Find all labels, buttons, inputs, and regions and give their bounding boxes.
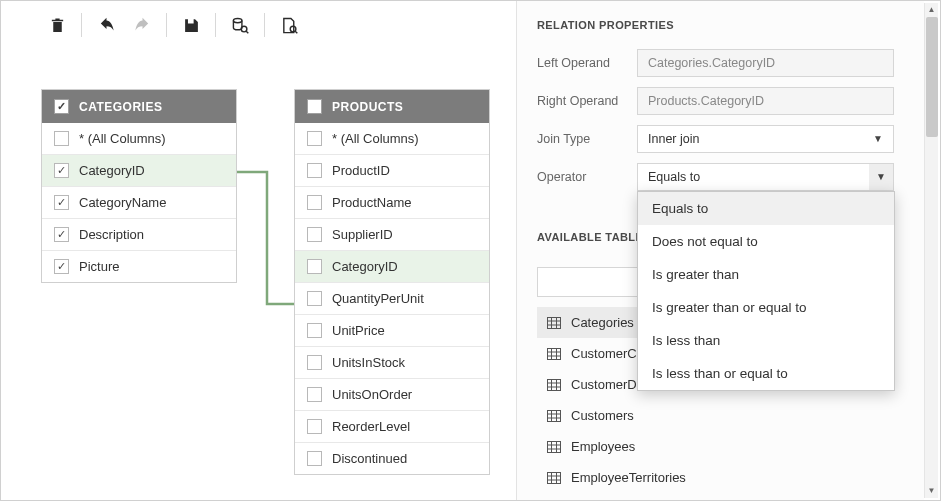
column-check[interactable] bbox=[307, 163, 322, 178]
table-rows: * (All Columns)CategoryIDCategoryNameDes… bbox=[42, 123, 236, 282]
dropdown-option[interactable]: Is less than or equal to bbox=[638, 357, 894, 390]
column-check[interactable] bbox=[307, 355, 322, 370]
table-header[interactable]: PRODUCTS bbox=[295, 90, 489, 123]
prop-join-type: Join Type Inner join ▼ bbox=[537, 125, 894, 153]
table-products[interactable]: PRODUCTS * (All Columns)ProductIDProduct… bbox=[294, 89, 490, 475]
prop-label: Operator bbox=[537, 170, 637, 184]
column-check[interactable] bbox=[54, 131, 69, 146]
column-row[interactable]: * (All Columns) bbox=[295, 123, 489, 154]
table-item-label: Categories bbox=[571, 315, 634, 330]
column-row[interactable]: SupplierID bbox=[295, 218, 489, 250]
dropdown-option[interactable]: Is greater than bbox=[638, 258, 894, 291]
column-label: * (All Columns) bbox=[79, 131, 166, 146]
column-check[interactable] bbox=[307, 227, 322, 242]
column-row[interactable]: ProductName bbox=[295, 186, 489, 218]
column-row[interactable]: UnitPrice bbox=[295, 314, 489, 346]
column-label: Description bbox=[79, 227, 144, 242]
column-check[interactable] bbox=[307, 291, 322, 306]
column-check[interactable] bbox=[307, 387, 322, 402]
column-row[interactable]: QuantityPerUnit bbox=[295, 282, 489, 314]
table-item-label: Customers bbox=[571, 408, 634, 423]
redo-icon bbox=[134, 17, 151, 34]
column-label: CategoryName bbox=[79, 195, 166, 210]
operator-dropdown[interactable]: Equals toDoes not equal toIs greater tha… bbox=[637, 191, 895, 391]
column-row[interactable]: Picture bbox=[42, 250, 236, 282]
table-item[interactable]: Order Details bbox=[537, 493, 894, 501]
dropdown-option[interactable]: Does not equal to bbox=[638, 225, 894, 258]
table-categories[interactable]: CATEGORIES * (All Columns)CategoryIDCate… bbox=[41, 89, 237, 283]
column-check[interactable] bbox=[54, 195, 69, 210]
field-value: Categories.CategoryID bbox=[648, 50, 775, 76]
table-icon bbox=[547, 472, 561, 484]
column-row[interactable]: Discontinued bbox=[295, 442, 489, 474]
column-row[interactable]: ProductID bbox=[295, 154, 489, 186]
table-item[interactable]: Employees bbox=[537, 431, 894, 462]
parameters-button[interactable] bbox=[222, 11, 258, 39]
column-row[interactable]: CategoryID bbox=[42, 154, 236, 186]
design-canvas[interactable]: CATEGORIES * (All Columns)CategoryIDCate… bbox=[1, 49, 516, 498]
field-value: Equals to bbox=[648, 164, 700, 190]
scroll-down-icon[interactable]: ▼ bbox=[928, 484, 936, 498]
delete-button[interactable] bbox=[39, 11, 75, 39]
separator bbox=[166, 13, 167, 37]
chevron-down-icon: ▼ bbox=[869, 164, 893, 190]
table-icon bbox=[547, 317, 561, 329]
column-check[interactable] bbox=[54, 227, 69, 242]
column-check[interactable] bbox=[307, 195, 322, 210]
column-row[interactable]: UnitsOnOrder bbox=[295, 378, 489, 410]
scroll-up-icon[interactable]: ▲ bbox=[928, 3, 936, 17]
dropdown-option[interactable]: Equals to bbox=[638, 192, 894, 225]
undo-button[interactable] bbox=[88, 11, 124, 39]
table-item[interactable]: EmployeeTerritories bbox=[537, 462, 894, 493]
column-label: CategoryID bbox=[332, 259, 398, 274]
prop-label: Right Operand bbox=[537, 94, 637, 108]
panel-title: RELATION PROPERTIES bbox=[537, 19, 894, 31]
column-check[interactable] bbox=[307, 131, 322, 146]
svg-rect-13 bbox=[548, 379, 561, 390]
operator-select[interactable]: Equals to ▼ bbox=[637, 163, 894, 191]
column-label: UnitsInStock bbox=[332, 355, 405, 370]
column-check[interactable] bbox=[307, 259, 322, 274]
table-item-label: Employees bbox=[571, 439, 635, 454]
table-header[interactable]: CATEGORIES bbox=[42, 90, 236, 123]
db-search-icon bbox=[232, 17, 249, 34]
column-label: * (All Columns) bbox=[332, 131, 419, 146]
column-row[interactable]: ReorderLevel bbox=[295, 410, 489, 442]
column-row[interactable]: * (All Columns) bbox=[42, 123, 236, 154]
svg-rect-18 bbox=[548, 410, 561, 421]
svg-rect-28 bbox=[548, 472, 561, 483]
column-check[interactable] bbox=[307, 323, 322, 338]
column-row[interactable]: CategoryName bbox=[42, 186, 236, 218]
redo-button[interactable] bbox=[124, 11, 160, 39]
table-icon bbox=[547, 379, 561, 391]
left-operand-field: Categories.CategoryID bbox=[637, 49, 894, 77]
save-button[interactable] bbox=[173, 11, 209, 39]
column-label: ProductName bbox=[332, 195, 411, 210]
column-check[interactable] bbox=[54, 259, 69, 274]
join-type-select[interactable]: Inner join ▼ bbox=[637, 125, 894, 153]
column-check[interactable] bbox=[307, 419, 322, 434]
column-row[interactable]: CategoryID bbox=[295, 250, 489, 282]
column-row[interactable]: Description bbox=[42, 218, 236, 250]
column-check[interactable] bbox=[54, 163, 69, 178]
svg-rect-23 bbox=[548, 441, 561, 452]
field-value: Products.CategoryID bbox=[648, 88, 764, 114]
preview-button[interactable] bbox=[271, 11, 307, 39]
table-check[interactable] bbox=[307, 99, 322, 114]
table-title: PRODUCTS bbox=[332, 100, 403, 114]
save-icon bbox=[183, 17, 200, 34]
column-check[interactable] bbox=[307, 451, 322, 466]
svg-point-0 bbox=[233, 18, 242, 22]
table-check[interactable] bbox=[54, 99, 69, 114]
column-label: Discontinued bbox=[332, 451, 407, 466]
column-row[interactable]: UnitsInStock bbox=[295, 346, 489, 378]
dropdown-option[interactable]: Is less than bbox=[638, 324, 894, 357]
table-icon bbox=[547, 410, 561, 422]
scroll-thumb[interactable] bbox=[926, 17, 938, 137]
vertical-scrollbar[interactable]: ▲ ▼ bbox=[924, 3, 938, 498]
right-operand-field: Products.CategoryID bbox=[637, 87, 894, 115]
table-item[interactable]: Customers bbox=[537, 400, 894, 431]
dropdown-option[interactable]: Is greater than or equal to bbox=[638, 291, 894, 324]
column-label: ProductID bbox=[332, 163, 390, 178]
undo-icon bbox=[98, 17, 115, 34]
